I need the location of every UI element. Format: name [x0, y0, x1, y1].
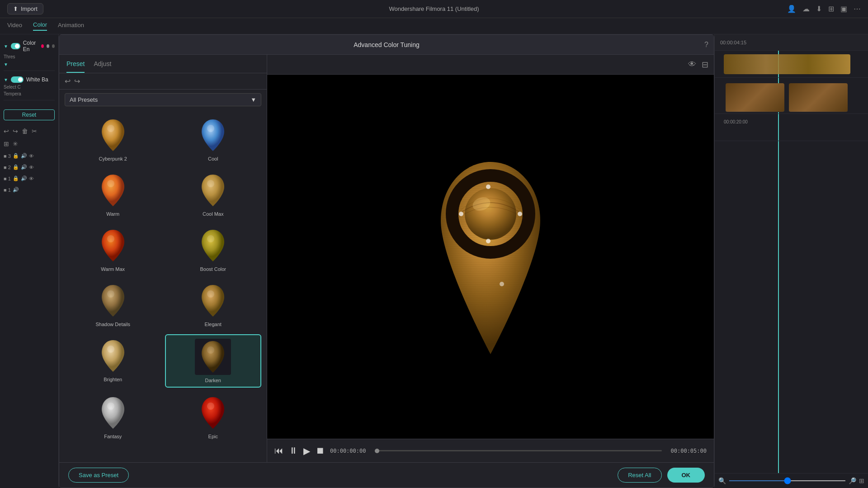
preset-warm-label: Warm — [106, 211, 119, 217]
undo-preset-icon[interactable]: ↩ — [65, 77, 71, 85]
act-dialog: Advanced Color Tuning ? Preset Adjust ↩ … — [59, 34, 714, 488]
tab-adjust[interactable]: Adjust — [94, 60, 111, 73]
preset-fantasy-label: Fantasy — [104, 434, 122, 439]
cloud-icon[interactable]: ☁ — [802, 5, 810, 13]
right-controls: 🔍 🔎 ⊞ — [715, 473, 868, 488]
svg-point-0 — [107, 125, 114, 132]
track-2-eye[interactable]: 👁 — [29, 165, 34, 170]
zoom-in-icon[interactable]: 🔎 — [849, 477, 856, 484]
download-icon[interactable]: ⬇ — [816, 5, 822, 13]
eye-preview-icon[interactable]: 👁 — [688, 60, 696, 69]
stop-button[interactable]: ⏹ — [316, 445, 325, 456]
playback-thumb[interactable] — [375, 449, 379, 453]
reset-button[interactable]: Reset — [4, 109, 55, 120]
preset-cyberpunk2[interactable]: Cyberpunk 2 — [65, 114, 161, 165]
preset-warm[interactable]: Warm — [65, 169, 161, 220]
tab-animation[interactable]: Animation — [58, 22, 84, 30]
preset-elegant[interactable]: Elegant — [165, 279, 262, 331]
tab-preset[interactable]: Preset — [66, 60, 85, 73]
redo-preset-icon[interactable]: ↪ — [74, 77, 80, 85]
preset-panel: Preset Adjust ↩ ↪ All Presets ▼ — [59, 55, 267, 462]
track-3-eye[interactable]: 👁 — [29, 153, 34, 159]
preset-coolmax[interactable]: Cool Max — [165, 169, 262, 220]
track-1a-eye[interactable]: 👁 — [29, 176, 34, 181]
playback-slider[interactable] — [375, 450, 661, 451]
timeline-clip-map[interactable] — [724, 54, 850, 74]
user-icon[interactable]: 👤 — [787, 5, 796, 13]
gray-dot1 — [47, 44, 49, 48]
tool-icons: ⊞ ✳ — [4, 140, 55, 147]
preset-grid: Cyberpunk 2 — [59, 110, 267, 462]
preset-cool[interactable]: Cool — [165, 114, 262, 165]
import-button[interactable]: ⬆ Import — [7, 3, 43, 14]
save-preset-button[interactable]: Save as Preset — [68, 468, 129, 483]
split-preview-icon[interactable]: ⊟ — [702, 60, 708, 70]
svg-point-4 — [107, 235, 114, 242]
motion-icon[interactable]: ✳ — [13, 140, 18, 147]
preset-brighten[interactable]: Brighten — [65, 334, 161, 388]
play-button[interactable]: ⏸ — [289, 445, 298, 456]
redo-icon[interactable]: ↪ — [13, 128, 18, 135]
preset-darken[interactable]: Darken — [165, 334, 262, 388]
preset-epic[interactable]: Epic — [165, 391, 262, 443]
track-1b-audio[interactable]: 🔊 — [13, 187, 19, 193]
preset-warmmax-label: Warm Max — [101, 266, 125, 272]
split-icon[interactable]: ✂ — [32, 128, 37, 135]
play-fwd-button[interactable]: ▶ — [303, 445, 310, 456]
preset-coolmax-thumbnail — [195, 172, 231, 208]
svg-point-14 — [465, 188, 516, 240]
expand-icon[interactable]: ▼ — [4, 44, 8, 49]
ok-button[interactable]: OK — [667, 468, 705, 483]
track-3-lock[interactable]: 🔒 — [13, 153, 19, 159]
preview-canvas — [267, 75, 714, 439]
tab-color[interactable]: Color — [33, 21, 47, 31]
zoom-out-icon[interactable]: 🔍 — [718, 477, 726, 484]
settings-icon[interactable]: ⊞ — [828, 5, 834, 13]
track-3-label: ■ 3 — [4, 153, 11, 159]
preset-warmmax[interactable]: Warm Max — [65, 224, 161, 275]
track-thumb-2[interactable] — [726, 83, 784, 112]
add-track-icon[interactable]: ⊞ — [4, 140, 9, 147]
preset-shadowdetails[interactable]: Shadow Details — [65, 279, 161, 331]
track-1a-audio[interactable]: 🔊 — [21, 175, 27, 181]
dialog-header: Advanced Color Tuning ? — [59, 35, 714, 55]
gray-dot2 — [52, 44, 55, 48]
white-balance-row: ▼ White Ba — [4, 76, 55, 83]
dialog-area: Advanced Color Tuning ? Preset Adjust ↩ … — [59, 34, 714, 488]
right-panel: 00:00:04:15 00:00:20:00 🔍 🔎 ⊞ — [714, 34, 868, 488]
chevron-down-icon: ▼ — [250, 96, 256, 103]
white-balance-toggle[interactable] — [11, 76, 24, 83]
svg-point-16 — [486, 185, 491, 189]
playback-bar: ⏮ ⏸ ▶ ⏹ 00:00:00:00 00:00:05:00 — [267, 439, 714, 462]
prev-frame-button[interactable]: ⏮ — [274, 445, 283, 456]
delete-icon[interactable]: 🗑 — [22, 128, 28, 135]
fit-icon[interactable]: ⊞ — [859, 477, 864, 484]
color-enable-toggle[interactable] — [11, 43, 20, 49]
more-icon[interactable]: ⋯ — [854, 5, 861, 13]
preset-elegant-thumbnail — [195, 283, 231, 319]
expand-icon2[interactable]: ▼ — [4, 62, 8, 67]
preset-fantasy[interactable]: Fantasy — [65, 391, 161, 443]
reset-all-button[interactable]: Reset All — [618, 468, 661, 483]
track-3-audio[interactable]: 🔊 — [21, 153, 27, 159]
layout-icon[interactable]: ▣ — [840, 5, 847, 13]
track-thumb-2b[interactable] — [789, 83, 848, 112]
select-label: Select C — [4, 85, 55, 90]
preset-dropdown[interactable]: All Presets ▼ — [65, 93, 261, 106]
track-2-audio[interactable]: 🔊 — [21, 164, 27, 170]
expand-icon3[interactable]: ▼ — [4, 77, 8, 82]
preset-brighten-thumbnail — [95, 338, 131, 374]
preset-boostcolor[interactable]: Boost Color — [165, 224, 262, 275]
close-icon[interactable]: ? — [704, 41, 708, 49]
preset-fantasy-thumbnail — [95, 395, 131, 431]
zoom-slider[interactable] — [729, 480, 846, 481]
track-2-lock[interactable]: 🔒 — [13, 164, 19, 170]
track-1a-lock[interactable]: 🔒 — [13, 175, 19, 181]
svg-point-19 — [486, 239, 491, 243]
track-3: ■ 3 🔒 🔊 👁 — [4, 153, 55, 159]
import-icon: ⬆ — [13, 5, 18, 12]
undo-icon[interactable]: ↩ — [4, 128, 9, 135]
temperature-label: Tempera — [4, 91, 55, 96]
tab-video[interactable]: Video — [7, 22, 22, 30]
track-1b: ■ 1 🔊 — [4, 187, 55, 193]
